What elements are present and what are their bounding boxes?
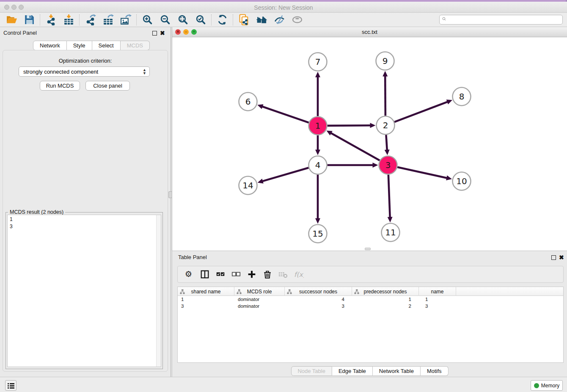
svg-text:6: 6 <box>245 97 251 107</box>
deselect-checkboxes-button[interactable] <box>228 268 244 281</box>
graph-node-1[interactable]: 1 <box>309 117 327 135</box>
svg-text:10: 10 <box>456 176 467 186</box>
table-cell: dominator <box>234 303 285 309</box>
zoom-in-button[interactable] <box>138 14 156 26</box>
add-column-button[interactable] <box>244 268 259 281</box>
gear-button[interactable]: ⚙ <box>181 268 197 281</box>
tab-style[interactable]: Style <box>67 41 92 50</box>
tab-mcds[interactable]: MCDS <box>121 41 150 50</box>
graph-node-6[interactable]: 6 <box>239 93 257 111</box>
delete-column-button[interactable] <box>259 268 275 281</box>
export-table-button[interactable] <box>99 14 117 26</box>
import-network-button[interactable] <box>42 14 60 26</box>
result-scrollbar[interactable] <box>156 215 161 367</box>
column-label: MCDS role <box>247 289 272 295</box>
tab-select[interactable]: Select <box>92 41 121 50</box>
graph-edge-1-7[interactable] <box>315 72 320 116</box>
import-table-button[interactable] <box>60 14 77 26</box>
zoom-selected-button[interactable] <box>192 14 209 26</box>
graph-edge-2-8[interactable] <box>394 99 452 122</box>
network-resize-grip[interactable] <box>365 248 371 250</box>
tab-node-table[interactable]: Node Table <box>291 366 332 376</box>
graph-edge-4-15[interactable] <box>315 175 320 224</box>
column-header-name[interactable]: name <box>419 287 456 296</box>
svg-text:14: 14 <box>242 180 253 190</box>
graph-edge-4-3[interactable] <box>328 163 378 168</box>
graph-edge-1-2[interactable] <box>327 123 375 128</box>
close-panel-button[interactable]: Close panel <box>85 81 130 91</box>
graph-node-9[interactable]: 9 <box>376 52 394 70</box>
open-folder-button[interactable] <box>3 14 20 26</box>
control-panel-tabs: NetworkStyleSelectMCDS <box>33 41 150 50</box>
export-image-button[interactable] <box>117 14 135 26</box>
svg-text:7: 7 <box>315 57 321 67</box>
graph-edge-3-11[interactable] <box>388 174 393 222</box>
criterion-dropdown[interactable]: strongly connected component ▲▼ <box>19 66 150 77</box>
mcds-result-textarea[interactable]: 13 <box>7 215 161 367</box>
memory-status-icon <box>534 383 539 388</box>
network-window-titlebar[interactable]: ✕ – + scc.txt <box>172 27 567 37</box>
graph-edge-2-9[interactable] <box>383 71 388 116</box>
table-cell: 1 <box>352 296 419 303</box>
graph-edge-2-3[interactable] <box>385 135 390 155</box>
column-header-shared-name[interactable]: shared name <box>178 287 234 296</box>
clone-network-button[interactable] <box>235 14 253 26</box>
import-network-icon <box>45 14 57 25</box>
table-close-icon[interactable]: ✖ <box>559 254 564 260</box>
table-cell: 1 <box>419 296 456 303</box>
task-history-button[interactable] <box>5 380 17 391</box>
graph-node-2[interactable]: 2 <box>377 116 395 135</box>
tab-motifs[interactable]: Motifs <box>421 366 449 376</box>
mcds-result-line: 3 <box>10 223 159 230</box>
graph-node-10[interactable]: 10 <box>453 172 471 190</box>
zoom-selected-icon <box>195 14 206 25</box>
table-row[interactable]: 1dominator411 <box>178 296 563 303</box>
toolbar-separator <box>233 14 233 25</box>
function-builder-button[interactable]: f(x) <box>291 268 306 281</box>
graph-edge-4-14[interactable] <box>258 168 309 183</box>
graph-edge-1-6[interactable] <box>257 104 309 122</box>
split-columns-button[interactable] <box>197 268 212 281</box>
run-mcds-button[interactable]: Run MCDS <box>40 81 80 91</box>
table-toolbar: ⚙f(x) <box>177 266 564 283</box>
column-header-mcds-role[interactable]: MCDS role <box>234 287 285 296</box>
column-sort-icon <box>287 289 292 294</box>
column-header-successor-nodes[interactable]: successor nodes <box>285 287 352 296</box>
export-network-button[interactable] <box>81 14 99 26</box>
show-eye-button[interactable] <box>288 14 306 26</box>
refresh-button[interactable] <box>213 14 231 26</box>
delete-table-button[interactable] <box>275 268 291 281</box>
graph-node-4[interactable]: 4 <box>309 156 327 174</box>
home-button[interactable] <box>253 14 270 26</box>
window-title: Session: New Session <box>0 4 567 11</box>
graph-edge-1-4[interactable] <box>315 135 320 155</box>
table-row[interactable]: 3dominator323 <box>178 303 563 309</box>
graph-node-7[interactable]: 7 <box>309 53 327 71</box>
graph-edge-3-1[interactable] <box>327 130 380 160</box>
hide-panel-icon <box>274 14 285 25</box>
column-header-predecessor-nodes[interactable]: predecessor nodes <box>352 287 419 296</box>
search-input[interactable] <box>449 16 562 24</box>
select-all-checkboxes-button[interactable] <box>212 268 228 281</box>
float-panel-icon[interactable] <box>152 31 157 36</box>
save-button[interactable] <box>20 14 38 26</box>
tab-edge-table[interactable]: Edge Table <box>332 366 373 376</box>
hide-panel-button[interactable] <box>270 14 288 26</box>
network-graph-canvas[interactable]: 7968124314101511 <box>172 37 567 251</box>
graph-edge-3-10[interactable] <box>397 167 452 180</box>
mcds-result-line: 1 <box>10 216 159 223</box>
tab-network[interactable]: Network <box>33 41 67 50</box>
close-panel-icon[interactable]: ✖ <box>160 30 165 36</box>
graph-node-15[interactable]: 15 <box>309 225 327 243</box>
graph-node-14[interactable]: 14 <box>239 177 257 195</box>
graph-node-11[interactable]: 11 <box>382 224 400 242</box>
zoom-fit-button[interactable] <box>174 14 192 26</box>
table-float-icon[interactable] <box>551 255 556 260</box>
graph-node-8[interactable]: 8 <box>453 88 471 106</box>
tab-network-table[interactable]: Network Table <box>373 366 421 376</box>
refresh-icon <box>217 14 228 25</box>
memory-button[interactable]: Memory <box>531 380 563 391</box>
dropdown-stepper-icon: ▲▼ <box>143 68 146 75</box>
graph-node-3[interactable]: 3 <box>379 156 397 174</box>
zoom-out-button[interactable] <box>156 14 174 26</box>
